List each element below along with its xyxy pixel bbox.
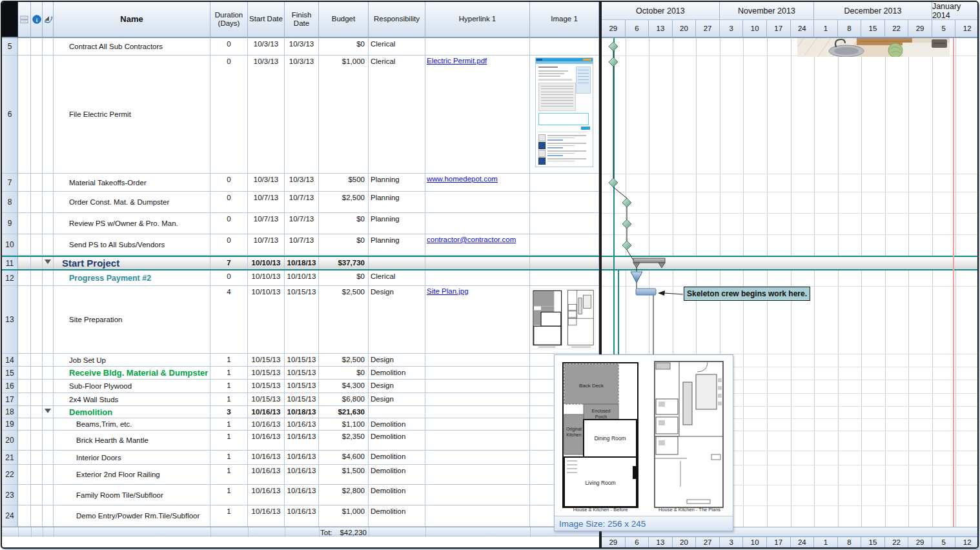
responsibility-cell[interactable]: Planning (369, 213, 425, 234)
column-header-start-date[interactable]: Start Date (248, 2, 285, 38)
row-flag-cell[interactable] (31, 431, 43, 451)
row-flag-cell[interactable] (43, 380, 54, 393)
budget-cell[interactable]: $2,350 (319, 431, 369, 451)
row-flag-cell[interactable] (18, 354, 31, 367)
start-date-cell[interactable]: 10/15/13 (248, 354, 285, 367)
duration-cell[interactable]: 1 (210, 354, 248, 367)
row-flag-cell[interactable] (43, 257, 54, 269)
finish-date-cell[interactable]: 10/15/13 (285, 367, 319, 380)
column-header-finish-date[interactable]: Finish Date (285, 2, 319, 38)
row-number[interactable]: 8 (2, 192, 18, 213)
budget-cell[interactable]: $0 (319, 234, 369, 256)
budget-cell[interactable]: $1,500 (319, 465, 369, 485)
row-flag-cell[interactable] (18, 234, 31, 256)
hyperlink[interactable]: Site Plan.jpg (427, 287, 469, 295)
column-header-responsibility[interactable]: Responsibility (369, 2, 425, 38)
hyperlink-cell[interactable] (425, 38, 530, 56)
milestone-triangle[interactable] (631, 272, 642, 283)
image-cell[interactable] (530, 270, 599, 286)
finish-date-cell[interactable]: 10/16/13 (285, 505, 319, 527)
row-flag-cell[interactable] (43, 270, 54, 286)
image-cell[interactable] (530, 174, 599, 192)
row-flag-cell[interactable] (18, 56, 31, 174)
finish-date-cell[interactable]: 10/3/13 (285, 174, 319, 192)
row-number[interactable]: 12 (2, 270, 18, 286)
duration-cell[interactable]: 1 (210, 465, 248, 485)
row-number[interactable]: 17 (2, 393, 18, 406)
task-name-cell[interactable]: Order Const. Mat. & Dumpster (54, 192, 210, 213)
responsibility-cell[interactable]: Demolition (369, 485, 425, 505)
hyperlink-cell[interactable] (425, 485, 530, 505)
start-date-cell[interactable]: 10/7/13 (248, 213, 285, 234)
row-flag-cell[interactable] (18, 174, 31, 192)
image-cell[interactable] (530, 38, 599, 56)
row-number[interactable]: 6 (2, 56, 18, 174)
start-date-cell[interactable]: 10/16/13 (248, 431, 285, 451)
row-flag-cell[interactable] (31, 505, 43, 527)
permit-document-thumbnail[interactable] (535, 57, 593, 167)
image-preview-popup[interactable]: Back Deck Enclosed Porch Original Kitche… (554, 354, 733, 531)
row-flag-cell[interactable] (31, 367, 43, 380)
responsibility-cell[interactable]: Clerical (369, 56, 425, 174)
row-flag-cell[interactable] (43, 406, 54, 418)
row-number[interactable]: 5 (2, 38, 18, 56)
row-number[interactable]: 22 (2, 465, 18, 485)
responsibility-cell[interactable]: Clerical (369, 270, 425, 286)
finish-date-cell[interactable]: 10/15/13 (285, 393, 319, 406)
task-name-cell[interactable]: File Electric Permit (54, 56, 210, 174)
row-flag-cell[interactable] (18, 367, 31, 380)
row-flag-cell[interactable] (31, 354, 43, 367)
budget-cell[interactable]: $0 (319, 213, 369, 234)
budget-cell[interactable]: $2,500 (319, 192, 369, 213)
row-number[interactable]: 14 (2, 354, 18, 367)
row-number[interactable]: 18 (2, 406, 18, 418)
duration-cell[interactable]: 4 (210, 286, 248, 354)
budget-cell[interactable]: $2,500 (319, 354, 369, 367)
row-flag-cell[interactable] (31, 451, 43, 465)
start-date-cell[interactable]: 10/16/13 (248, 451, 285, 465)
finish-date-cell[interactable]: 10/16/13 (285, 465, 319, 485)
row-number[interactable]: 24 (2, 505, 18, 527)
row-flag-cell[interactable] (43, 56, 54, 174)
finish-date-cell[interactable]: 10/16/13 (285, 431, 319, 451)
budget-cell[interactable]: $0 (319, 270, 369, 286)
duration-cell[interactable]: 0 (210, 270, 248, 286)
links-column-header[interactable] (43, 2, 54, 38)
hyperlink[interactable]: Electric Permit.pdf (427, 57, 487, 65)
row-flag-cell[interactable] (31, 406, 43, 418)
start-date-cell[interactable]: 10/16/13 (248, 485, 285, 505)
hyperlink-cell[interactable] (425, 380, 530, 393)
row-flag-cell[interactable] (18, 192, 31, 213)
row-flag-cell[interactable] (31, 270, 43, 286)
image-cell[interactable] (530, 257, 599, 269)
start-date-cell[interactable]: 10/3/13 (248, 38, 285, 56)
hyperlink-cell[interactable] (425, 213, 530, 234)
hyperlink-cell[interactable] (425, 393, 530, 406)
row-flag-cell[interactable] (18, 431, 31, 451)
row-flag-cell[interactable] (18, 393, 31, 406)
task-name-cell[interactable]: Material Takeoffs-Order (54, 174, 210, 192)
task-name-cell[interactable]: Job Set Up (54, 354, 210, 367)
budget-cell[interactable]: $37,730 (319, 257, 369, 269)
responsibility-cell[interactable]: Clerical (369, 38, 425, 56)
finish-date-cell[interactable]: 10/7/13 (285, 234, 319, 256)
start-date-cell[interactable]: 10/16/13 (248, 406, 285, 418)
hyperlink-cell[interactable] (425, 257, 530, 269)
row-flag-cell[interactable] (31, 38, 43, 56)
hyperlink-cell[interactable] (425, 431, 530, 451)
budget-cell[interactable]: $0 (319, 38, 369, 56)
duration-cell[interactable]: 1 (210, 380, 248, 393)
task-bar[interactable] (636, 289, 656, 295)
hyperlink-cell[interactable]: contractor@contractor.com (425, 234, 530, 256)
row-flag-cell[interactable] (43, 505, 54, 527)
hyperlink[interactable]: contractor@contractor.com (427, 236, 516, 243)
row-flag-cell[interactable] (43, 234, 54, 256)
budget-cell[interactable]: $500 (319, 174, 369, 192)
site-plan-thumbnail[interactable] (531, 289, 596, 349)
budget-cell[interactable]: $4,600 (319, 451, 369, 465)
responsibility-cell[interactable]: Demolition (369, 367, 425, 380)
task-name-cell[interactable]: Interior Doors (54, 451, 210, 465)
row-flag-cell[interactable] (43, 213, 54, 234)
start-date-cell[interactable]: 10/15/13 (248, 367, 285, 380)
responsibility-cell[interactable]: Demolition (369, 431, 425, 451)
